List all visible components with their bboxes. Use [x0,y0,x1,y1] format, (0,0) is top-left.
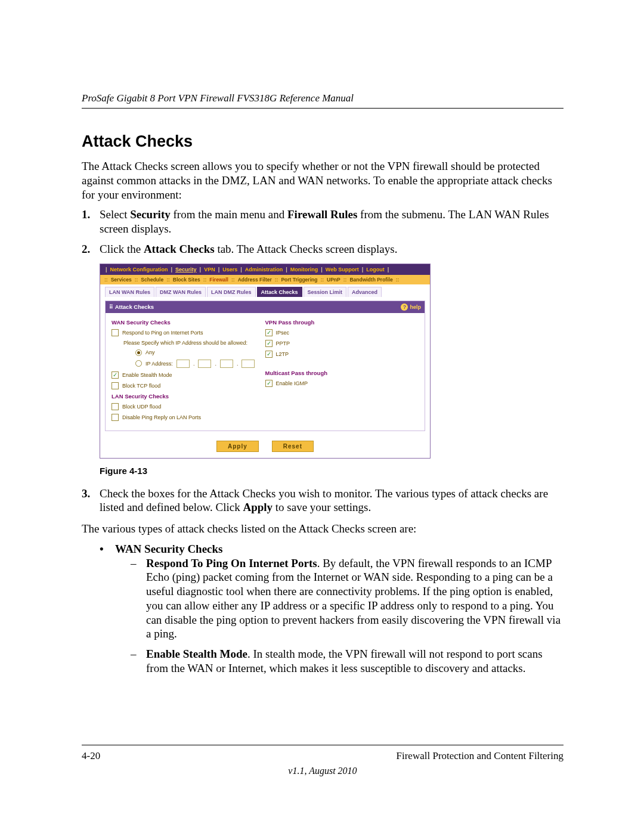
attack-checks-panel: ⠿ Attack Checks ?help WAN Security Check… [105,301,425,431]
tab-bar: LAN WAN Rules DMZ WAN Rules LAN DMZ Rule… [100,284,430,297]
bullet-mark: • [100,542,104,556]
checkbox-block-udp[interactable] [112,403,119,410]
tab-lan-dmz-rules[interactable]: LAN DMZ Rules [207,287,256,297]
main-menu: | Network Configuration | Security | VPN… [100,264,430,275]
label-specify-ip: Please Specify which IP Address should b… [123,340,265,346]
label-stealth-mode: Enable Stealth Mode [122,372,172,378]
multicast-title: Multicast Pass through [265,370,419,376]
subnav-bandwidth-profile[interactable]: Bandwidth Profile [349,277,392,283]
step-3-number: 3. [82,487,90,501]
nav-monitoring[interactable]: Monitoring [290,267,318,272]
nav-network-configuration[interactable]: Network Configuration [110,267,168,272]
left-column: WAN Security Checks Respond to Ping on I… [112,317,265,425]
dash-mark: – [131,647,137,661]
help-icon: ? [401,304,408,311]
step-3-text: Check the boxes for the Attack Checks yo… [100,487,548,514]
tab-dmz-wan-rules[interactable]: DMZ WAN Rules [156,287,206,297]
subnav-block-sites[interactable]: Block Sites [173,277,200,283]
ip-octet-1[interactable] [177,360,190,368]
help-link[interactable]: ?help [401,304,421,311]
nav-web-support[interactable]: Web Support [326,267,359,272]
nav-users[interactable]: Users [222,267,237,272]
figure-caption: Figure 4-13 [100,466,564,476]
sub-respond-ping: – Respond To Ping On Internet Ports. By … [131,556,564,642]
lan-security-title: LAN Security Checks [112,393,265,400]
label-respond-ping: Respond to Ping on Internet Ports [122,330,203,336]
section-title: Attack Checks [82,132,564,151]
page-number: 4-20 [82,750,100,762]
step-2: 2. Click the Attack Checks tab. The Atta… [82,242,564,256]
label-pptp: PPTP [276,340,290,346]
checkbox-disable-ping-reply[interactable] [112,414,119,421]
tab-advanced[interactable]: Advanced [348,287,382,297]
header-rule [82,108,564,109]
sub-list: – Respond To Ping On Internet Ports. By … [131,556,564,676]
step-1-text: Select Security from the main menu and F… [100,208,549,235]
subnav-upnp[interactable]: UPnP [327,277,340,283]
reset-button[interactable]: Reset [272,441,314,452]
menu-separator: | [104,267,109,272]
bullet-wan-security: • WAN Security Checks – Respond To Ping … [100,542,564,676]
sub-menu: :: Services :: Schedule :: Block Sites :… [100,275,430,284]
chapter-title: Firewall Protection and Content Filterin… [397,750,564,762]
checkbox-block-tcp[interactable] [112,382,119,389]
footer-rule [82,745,564,745]
tab-attack-checks[interactable]: Attack Checks [257,287,302,297]
checkbox-l2tp[interactable] [265,351,273,358]
subnav-address-filter[interactable]: Address Filter [238,277,272,283]
step-1-number: 1. [82,208,90,222]
ip-octet-3[interactable] [220,360,233,368]
label-block-udp: Block UDP flood [122,404,161,410]
nav-vpn[interactable]: VPN [204,267,215,272]
summary-line: The various types of attack checks liste… [82,522,564,536]
button-row: Apply Reset [100,436,430,458]
bullet-list: • WAN Security Checks – Respond To Ping … [100,542,564,676]
subnav-schedule[interactable]: Schedule [141,277,163,283]
panel-header: ⠿ Attack Checks ?help [106,301,425,313]
checkbox-stealth-mode[interactable] [112,371,119,379]
ip-octet-4[interactable] [242,360,255,368]
right-column: VPN Pass through IPsec PPTP L2TP Multica… [265,317,419,425]
nav-logout[interactable]: Logout [366,267,385,272]
subnav-firewall[interactable]: Firewall [209,277,228,283]
steps-list: 1. Select Security from the main menu an… [82,208,564,256]
label-l2tp: L2TP [276,351,289,357]
nav-administration[interactable]: Administration [245,267,283,272]
tab-lan-wan-rules[interactable]: LAN WAN Rules [105,287,154,297]
app-window: | Network Configuration | Security | VPN… [100,264,431,459]
label-disable-ping-reply: Disable Ping Reply on LAN Ports [122,414,201,420]
checkbox-pptp[interactable] [265,340,273,347]
vpn-pass-title: VPN Pass through [265,319,419,326]
wan-security-title: WAN Security Checks [112,319,265,326]
sub-stealth-mode: – Enable Stealth Mode. In stealth mode, … [131,647,564,676]
label-igmp: Enable IGMP [276,380,308,386]
checkbox-ipsec[interactable] [265,329,273,336]
steps-list-continued: 3. Check the boxes for the Attack Checks… [82,487,564,515]
checkbox-igmp[interactable] [265,380,273,387]
running-header: ProSafe Gigabit 8 Port VPN Firewall FVS3… [82,92,564,104]
checkbox-respond-ping[interactable] [112,329,119,336]
label-any: Any [145,349,155,355]
panel-body: WAN Security Checks Respond to Ping on I… [106,313,425,431]
figure-screenshot: | Network Configuration | Security | VPN… [100,264,431,459]
ip-octet-2[interactable] [198,360,211,368]
step-2-number: 2. [82,242,90,256]
radio-any[interactable] [135,349,142,356]
dash-mark: – [131,556,137,571]
subnav-services[interactable]: Services [111,277,132,283]
label-ip-address: IP Address: [145,361,173,367]
subnav-port-triggering[interactable]: Port Triggering [281,277,317,283]
intro-paragraph: The Attack Checks screen allows you to s… [82,159,564,202]
tab-session-limit[interactable]: Session Limit [304,287,347,297]
step-3: 3. Check the boxes for the Attack Checks… [82,487,564,515]
label-block-tcp: Block TCP flood [122,383,160,389]
nav-security[interactable]: Security [175,267,197,272]
version-date: v1.1, August 2010 [82,766,564,776]
bullet-wan-title: WAN Security Checks [115,543,223,555]
step-2-text: Click the Attack Checks tab. The Attack … [100,243,397,255]
step-1: 1. Select Security from the main menu an… [82,208,564,236]
apply-button[interactable]: Apply [216,441,259,452]
page-footer: 4-20 Firewall Protection and Content Fil… [82,745,564,776]
radio-ip-address[interactable] [135,360,142,367]
panel-title: ⠿ Attack Checks [109,304,154,311]
